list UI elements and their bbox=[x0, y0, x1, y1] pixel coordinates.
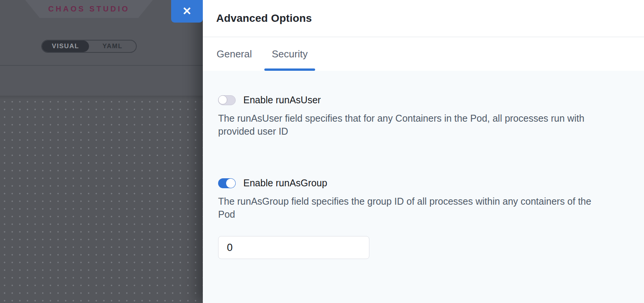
runasgroup-value-input[interactable] bbox=[218, 236, 369, 259]
panel-title: Advanced Options bbox=[216, 12, 312, 24]
mode-option-yaml[interactable]: YAML bbox=[89, 41, 136, 52]
panel-header: Advanced Options bbox=[203, 0, 644, 37]
runasgroup-toggle[interactable] bbox=[218, 178, 236, 188]
runasuser-toggle[interactable] bbox=[218, 95, 236, 105]
advanced-options-panel: Advanced Options General Security Enable… bbox=[203, 0, 644, 303]
runasgroup-description: The runAsGroup field specifies the group… bbox=[218, 195, 608, 221]
runasuser-description: The runAsUser field specifies that for a… bbox=[218, 112, 608, 138]
tab-general[interactable]: General bbox=[209, 37, 260, 71]
close-icon: ✕ bbox=[182, 6, 191, 17]
toggle-knob bbox=[218, 95, 227, 104]
mode-option-visual[interactable]: VISUAL bbox=[42, 41, 89, 52]
brand-banner: CHAOS STUDIO bbox=[25, 0, 153, 18]
drawer-close-button[interactable]: ✕ bbox=[171, 0, 203, 23]
tab-bar: General Security bbox=[203, 37, 644, 71]
toggle-knob bbox=[226, 179, 235, 188]
runasgroup-toggle-label: Enable runAsGroup bbox=[243, 178, 327, 189]
mode-toggle[interactable]: VISUAL YAML bbox=[41, 40, 137, 53]
brand-title: CHAOS STUDIO bbox=[48, 5, 129, 13]
fields-spacer bbox=[218, 138, 629, 178]
runasgroup-field-row: Enable runAsGroup bbox=[218, 178, 629, 189]
runasuser-field-row: Enable runAsUser bbox=[218, 94, 629, 106]
security-tab-content: Enable runAsUser The runAsUser field spe… bbox=[203, 71, 644, 303]
runasuser-toggle-label: Enable runAsUser bbox=[243, 94, 321, 106]
tab-security[interactable]: Security bbox=[264, 37, 316, 71]
